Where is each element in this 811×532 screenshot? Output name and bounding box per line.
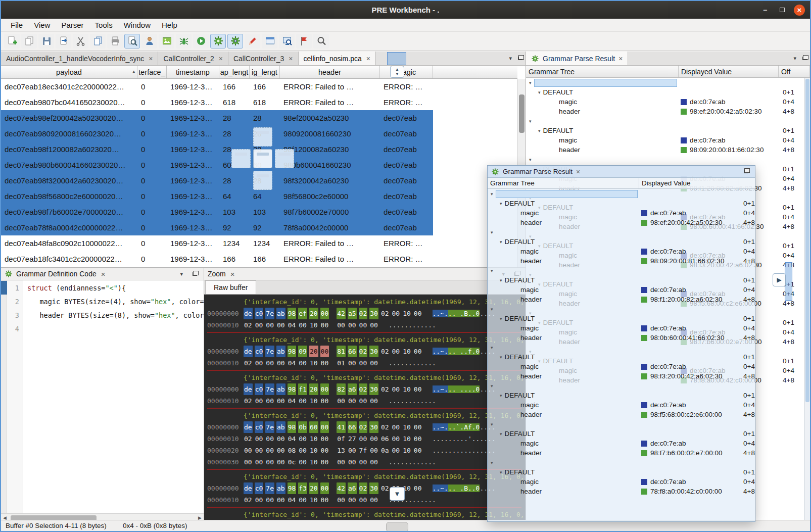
tree-row-default[interactable]: ▾DEFAULT0+1 xyxy=(488,275,755,285)
cut-icon[interactable] xyxy=(73,34,88,49)
hex-byte[interactable]: 10 xyxy=(402,346,411,357)
tree-row-packet[interactable]: ▾ xyxy=(488,419,755,429)
close-button[interactable]: × xyxy=(794,5,805,16)
hex-byte[interactable]: 00 xyxy=(298,357,307,369)
hex-byte[interactable]: 10 xyxy=(309,357,318,369)
hex-byte[interactable]: 7f xyxy=(359,445,368,456)
hex-byte[interactable]: 00 xyxy=(392,421,401,433)
hex-byte[interactable]: 00 xyxy=(265,433,274,445)
menu-item-parser[interactable]: Parser xyxy=(56,20,89,30)
hex-byte[interactable]: 10 xyxy=(402,383,411,395)
hex-byte[interactable]: 42 xyxy=(337,308,346,319)
hex-byte[interactable]: 00 xyxy=(320,433,329,445)
hex-byte[interactable]: 82 xyxy=(337,383,346,395)
panel-menu-dropdown[interactable]: ▾ xyxy=(790,52,799,65)
hex-byte[interactable]: 0c xyxy=(288,456,297,468)
close-tab-icon[interactable]: × xyxy=(149,55,153,63)
parse-ant-icon[interactable] xyxy=(176,34,192,49)
save-icon[interactable] xyxy=(38,34,54,49)
hex-byte[interactable]: 00 xyxy=(320,357,329,369)
hex-byte[interactable]: 00 xyxy=(265,494,274,506)
scrollbar-thumb[interactable] xyxy=(519,94,524,133)
tree-row-packet[interactable]: ▾ xyxy=(526,155,810,164)
hex-byte[interactable]: 02 xyxy=(244,319,253,331)
hex-byte[interactable]: ab xyxy=(276,346,285,357)
hex-byte[interactable]: 10 xyxy=(309,319,318,331)
hex-byte[interactable]: 00 xyxy=(255,357,264,369)
hex-byte[interactable]: 20 xyxy=(309,383,318,395)
hex-byte[interactable]: 10 xyxy=(309,395,318,407)
hex-byte[interactable]: 02 xyxy=(244,357,253,369)
hex-byte[interactable]: de xyxy=(244,383,253,395)
tree-row-packet[interactable]: ▾ xyxy=(488,189,755,199)
hex-byte[interactable]: 7e xyxy=(265,482,274,494)
hex-byte[interactable]: 00 xyxy=(255,456,264,468)
screenshot-icon[interactable] xyxy=(159,34,174,49)
table-row[interactable]: dec07eab98f7b60002e70000020…01969-12-3…1… xyxy=(1,204,433,220)
hex-byte[interactable]: 00 xyxy=(276,494,285,506)
hex-byte[interactable]: 02 xyxy=(359,346,368,357)
dock-indicator-tab[interactable]: ▲▼ xyxy=(390,66,404,78)
hex-byte[interactable]: 66 xyxy=(348,421,357,433)
hex-byte[interactable]: ab xyxy=(276,383,285,395)
tree-row-packet[interactable]: ▾ xyxy=(488,304,755,314)
hex-byte[interactable]: 30 xyxy=(369,308,378,319)
hex-byte[interactable]: de xyxy=(244,482,253,494)
hex-byte[interactable]: 00 xyxy=(244,456,253,468)
scrollbar-thumb[interactable] xyxy=(805,79,809,402)
tree-row-magic[interactable]: magicde:c0:7e:ab0+4 xyxy=(488,285,755,295)
menu-item-window[interactable]: Window xyxy=(118,20,156,30)
hex-byte[interactable]: 04 xyxy=(288,395,297,407)
hex-byte[interactable]: 02 xyxy=(244,395,253,407)
dock-drop-left[interactable] xyxy=(231,149,251,168)
hex-byte[interactable]: 00 xyxy=(392,308,401,319)
code-line[interactable]: magic BYTES(size=(4), show="hex", color= xyxy=(27,295,204,309)
hex-byte[interactable]: 02 xyxy=(244,494,253,506)
tab-raw-buffer[interactable]: Raw buffer xyxy=(205,280,256,294)
hex-byte[interactable]: 00 xyxy=(265,456,274,468)
expand-arrow-icon[interactable]: ▾ xyxy=(491,345,493,350)
table-row[interactable]: dec07eab98f3200042a60230020…01969-12-3…2… xyxy=(1,173,433,188)
table-row[interactable]: dec07eab18fc3401c2c20000022…01969-12-3…1… xyxy=(1,251,433,267)
dock-drop-top[interactable] xyxy=(253,127,272,147)
hex-line[interactable]: 00000010020000000400100001000000........… xyxy=(207,357,526,369)
hex-byte[interactable]: 7e xyxy=(265,421,274,433)
hex-byte[interactable]: a6 xyxy=(348,482,357,494)
hex-byte[interactable]: 00 xyxy=(348,319,357,331)
hex-byte[interactable]: c0 xyxy=(255,421,264,433)
run-user-icon[interactable] xyxy=(141,34,157,49)
float-panel-button[interactable] xyxy=(799,52,810,65)
menu-item-help[interactable]: Help xyxy=(156,20,183,30)
tree-row-header[interactable]: header98:09:20:00:81:66:02:304+8 xyxy=(526,145,810,155)
hex-byte[interactable]: 00 xyxy=(413,433,422,445)
expand-arrow-icon[interactable]: ▾ xyxy=(500,393,502,398)
code-line[interactable]: header BYTES(size=(8), show="hex", color xyxy=(27,309,204,322)
floating-grammar-window[interactable]: Grammar Parse Result × Grammar Tree Disp… xyxy=(487,165,755,522)
hex-byte[interactable]: 00 xyxy=(255,433,264,445)
hex-byte[interactable]: 00 xyxy=(359,319,368,331)
hex-byte[interactable]: 00 xyxy=(320,395,329,407)
hex-byte[interactable]: 7e xyxy=(265,308,274,319)
hex-byte[interactable]: 00 xyxy=(348,445,357,456)
hex-byte[interactable]: 02 xyxy=(359,308,368,319)
tree-row-header[interactable]: header98:f3:20:00:42:a6:02:304+8 xyxy=(488,371,755,381)
tree-row-header[interactable]: header98:09:20:00:81:66:02:304+8 xyxy=(488,256,755,266)
hex-byte[interactable]: 98 xyxy=(288,482,297,494)
expand-arrow-icon[interactable]: ▾ xyxy=(500,355,502,360)
hex-byte[interactable]: c0 xyxy=(255,346,264,357)
tree-row-packet[interactable]: ▾ xyxy=(488,458,755,467)
hex-byte[interactable]: 00 xyxy=(413,383,422,395)
table-row[interactable]: dec07eab9807bc0441650230020…01969-12-3…6… xyxy=(1,94,433,110)
column-header-timestamp[interactable]: timestamp xyxy=(167,66,219,78)
hex-byte[interactable]: 00 xyxy=(320,445,329,456)
column-header-ap-lengt[interactable]: ap_lengt xyxy=(219,66,250,78)
column-displayed-value[interactable]: Displayed Value xyxy=(679,66,779,77)
expand-arrow-icon[interactable]: ▾ xyxy=(538,128,541,133)
maximize-button[interactable] xyxy=(777,5,788,16)
hex-byte[interactable]: 00 xyxy=(369,433,378,445)
close-tab-icon[interactable]: × xyxy=(289,55,293,63)
hex-byte[interactable]: 00 xyxy=(320,494,329,506)
expand-arrow-icon[interactable]: ▾ xyxy=(491,422,493,427)
hex-line[interactable]: 00000030000000000c00100000000000........… xyxy=(207,456,526,468)
hex-byte[interactable]: 00 xyxy=(298,494,307,506)
